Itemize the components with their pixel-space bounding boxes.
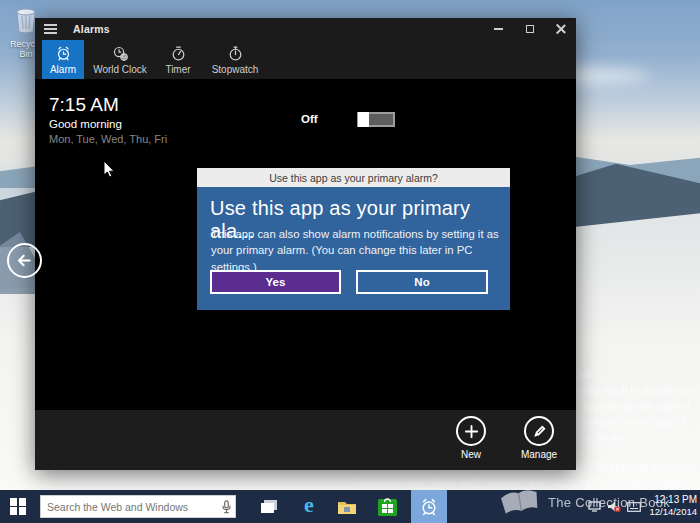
clock-time: 12:13 PM [643, 493, 697, 506]
alarm-days: Mon, Tue, Wed, Thu, Fri [49, 133, 167, 145]
alarms-window: Alarms Alarm World Clock Timer [35, 18, 576, 470]
dialog-title: Use this app as your primary alarm? [197, 168, 510, 187]
file-explorer-icon [337, 499, 357, 515]
clock-date: 12/14/2014 [643, 506, 697, 518]
alarm-clock-icon [419, 497, 439, 517]
manage-button-label: Manage [521, 449, 557, 460]
yes-button[interactable]: Yes [210, 270, 341, 294]
search-input[interactable] [41, 501, 217, 513]
stopwatch-icon [227, 45, 244, 62]
store-button[interactable] [370, 490, 404, 523]
start-button[interactable] [0, 490, 36, 523]
network-icon[interactable] [586, 490, 602, 523]
alarm-toggle-label: Off [301, 113, 318, 125]
task-view-icon [260, 499, 278, 514]
file-explorer-button[interactable] [330, 490, 364, 523]
minimize-button[interactable] [483, 18, 514, 40]
mouse-cursor [103, 160, 116, 183]
tab-bar: Alarm World Clock Timer Stopwatch [35, 40, 576, 79]
back-button[interactable] [7, 243, 42, 278]
alarm-clock-icon [55, 45, 72, 62]
tab-world-clock[interactable]: World Clock [90, 40, 150, 79]
tab-timer[interactable]: Timer [156, 40, 200, 79]
system-tray [586, 490, 642, 523]
close-icon [556, 24, 566, 34]
maximize-icon [526, 25, 534, 33]
title-bar: Alarms [35, 18, 576, 40]
tab-alarm[interactable]: Alarm [42, 40, 84, 79]
primary-alarm-dialog: Use this app as your primary alarm? Use … [197, 168, 510, 310]
dialog-message: This app can also show alarm notificatio… [211, 226, 499, 275]
microphone-button[interactable] [217, 496, 235, 517]
touch-keyboard-icon[interactable] [626, 490, 642, 523]
alarm-time[interactable]: 7:15 AM [49, 94, 119, 116]
tab-label: World Clock [93, 64, 147, 75]
hamburger-menu-button[interactable] [35, 18, 65, 40]
task-view-button[interactable] [252, 490, 286, 523]
taskbar-search [40, 495, 236, 518]
plus-icon [464, 424, 479, 439]
alarm-name: Good morning [49, 118, 122, 130]
toggle-knob [358, 112, 369, 127]
alarms-taskbar-button[interactable] [411, 490, 447, 523]
taskbar: e 12:13 PM 12/14/2014 [0, 490, 700, 523]
alarm-toggle[interactable] [357, 112, 395, 127]
tab-label: Timer [165, 64, 190, 75]
world-clock-icon [112, 45, 129, 62]
confidential-watermark: ial may result in disciplinary ployment … [579, 366, 699, 446]
pencil-icon [532, 424, 547, 439]
microphone-icon [221, 500, 232, 514]
store-icon [378, 497, 397, 516]
app-bar: New Manage [35, 410, 576, 470]
tab-label: Stopwatch [212, 64, 259, 75]
close-button[interactable] [545, 18, 576, 40]
internet-explorer-icon: e [304, 494, 314, 516]
new-alarm-button[interactable]: New [443, 416, 499, 460]
internet-explorer-button[interactable]: e [292, 490, 326, 523]
new-button-label: New [461, 449, 481, 460]
windows-logo-icon [10, 498, 27, 515]
minimize-icon [494, 28, 503, 30]
timer-icon [170, 45, 187, 62]
taskbar-clock[interactable]: 12:13 PM 12/14/2014 [643, 493, 697, 518]
volume-muted-icon[interactable] [606, 490, 622, 523]
no-button[interactable]: No [356, 270, 488, 294]
tab-stopwatch[interactable]: Stopwatch [206, 40, 264, 79]
build-watermark: Evaluation copy. Build 9901.winmain_prs.… [354, 477, 696, 489]
maximize-button[interactable] [514, 18, 545, 40]
dialog-body: Use this app as your primary ala... This… [197, 187, 510, 310]
manage-button[interactable]: Manage [511, 416, 567, 460]
window-title: Alarms [73, 23, 110, 35]
tab-label: Alarm [50, 64, 76, 75]
back-arrow-icon [16, 252, 33, 269]
